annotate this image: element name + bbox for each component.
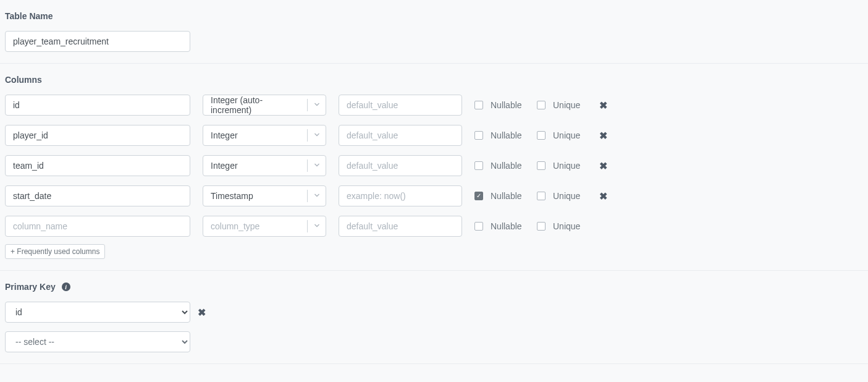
nullable-checkbox[interactable] bbox=[474, 192, 483, 200]
remove-column-icon[interactable]: ✖ bbox=[599, 100, 607, 111]
unique-checkbox[interactable] bbox=[537, 192, 546, 200]
column-name-input[interactable] bbox=[5, 216, 190, 237]
primary-key-rows-container: id✖-- select -- bbox=[5, 302, 863, 352]
column-name-input[interactable] bbox=[5, 155, 190, 176]
nullable-label: Nullable bbox=[491, 191, 525, 201]
column-name-input[interactable] bbox=[5, 125, 190, 146]
remove-primary-key-icon[interactable]: ✖ bbox=[198, 307, 206, 318]
column-row: column_typeNullableUnique bbox=[5, 216, 863, 237]
unique-checkbox[interactable] bbox=[537, 161, 546, 170]
column-row: TimestampNullableUnique✖ bbox=[5, 185, 863, 206]
column-type-select-wrap: Integer (auto-increment) bbox=[203, 95, 326, 116]
unique-group: Unique bbox=[537, 100, 587, 110]
column-type-select[interactable]: column_type bbox=[203, 216, 326, 237]
nullable-checkbox[interactable] bbox=[474, 131, 483, 140]
column-type-select-wrap: column_type bbox=[203, 216, 326, 237]
primary-key-select[interactable]: -- select -- bbox=[5, 331, 190, 352]
column-type-select[interactable]: Integer bbox=[203, 155, 326, 176]
column-row: Integer (auto-increment)NullableUnique✖ bbox=[5, 95, 863, 116]
nullable-label: Nullable bbox=[491, 100, 525, 110]
nullable-group: Nullable bbox=[474, 130, 525, 140]
nullable-group: Nullable bbox=[474, 100, 525, 110]
unique-checkbox[interactable] bbox=[537, 131, 546, 140]
column-type-select[interactable]: Timestamp bbox=[203, 185, 326, 206]
select-separator bbox=[307, 190, 308, 202]
primary-key-select[interactable]: id bbox=[5, 302, 190, 323]
primary-key-title-text: Primary Key bbox=[5, 282, 56, 292]
columns-rows-container: Integer (auto-increment)NullableUnique✖I… bbox=[5, 95, 863, 237]
unique-label: Unique bbox=[553, 130, 587, 140]
column-name-input[interactable] bbox=[5, 185, 190, 206]
column-type-select[interactable]: Integer (auto-increment) bbox=[203, 95, 326, 116]
select-separator bbox=[307, 129, 308, 142]
nullable-group: Nullable bbox=[474, 161, 525, 171]
primary-key-section: Primary Key i id✖-- select -- bbox=[0, 271, 868, 364]
unique-group: Unique bbox=[537, 161, 587, 171]
frequently-used-columns-button[interactable]: + Frequently used columns bbox=[5, 244, 105, 259]
nullable-label: Nullable bbox=[491, 161, 525, 171]
primary-key-title: Primary Key i bbox=[5, 282, 863, 292]
column-row: IntegerNullableUnique✖ bbox=[5, 155, 863, 176]
unique-label: Unique bbox=[553, 161, 587, 171]
unique-group: Unique bbox=[537, 221, 587, 231]
select-separator bbox=[307, 99, 308, 111]
unique-group: Unique bbox=[537, 191, 587, 201]
unique-label: Unique bbox=[553, 100, 587, 110]
unique-label: Unique bbox=[553, 191, 587, 201]
column-default-input[interactable] bbox=[339, 125, 462, 146]
nullable-label: Nullable bbox=[491, 221, 525, 231]
remove-column-icon[interactable]: ✖ bbox=[599, 160, 607, 172]
column-default-input[interactable] bbox=[339, 155, 462, 176]
unique-group: Unique bbox=[537, 130, 587, 140]
table-name-section: Table Name bbox=[0, 0, 868, 64]
table-name-title: Table Name bbox=[5, 11, 863, 21]
column-row: IntegerNullableUnique✖ bbox=[5, 125, 863, 146]
column-type-select-wrap: Integer bbox=[203, 155, 326, 176]
remove-column-icon[interactable]: ✖ bbox=[599, 190, 607, 202]
info-icon: i bbox=[62, 282, 70, 291]
nullable-checkbox[interactable] bbox=[474, 161, 483, 170]
column-type-select[interactable]: Integer bbox=[203, 125, 326, 146]
unique-checkbox[interactable] bbox=[537, 222, 546, 231]
primary-key-row: id✖ bbox=[5, 302, 863, 323]
nullable-label: Nullable bbox=[491, 130, 525, 140]
table-name-input[interactable] bbox=[5, 31, 190, 52]
nullable-checkbox[interactable] bbox=[474, 101, 483, 109]
unique-label: Unique bbox=[553, 221, 587, 231]
select-separator bbox=[307, 159, 308, 172]
unique-checkbox[interactable] bbox=[537, 101, 546, 109]
column-name-input[interactable] bbox=[5, 95, 190, 116]
nullable-group: Nullable bbox=[474, 221, 525, 231]
columns-section: Columns Integer (auto-increment)Nullable… bbox=[0, 64, 868, 271]
remove-column-icon[interactable]: ✖ bbox=[599, 130, 607, 142]
columns-title: Columns bbox=[5, 75, 863, 85]
primary-key-row: -- select -- bbox=[5, 331, 863, 352]
column-type-select-wrap: Integer bbox=[203, 125, 326, 146]
select-separator bbox=[307, 220, 308, 232]
column-default-input[interactable] bbox=[339, 95, 462, 116]
nullable-group: Nullable bbox=[474, 191, 525, 201]
column-default-input[interactable] bbox=[339, 185, 462, 206]
column-type-select-wrap: Timestamp bbox=[203, 185, 326, 206]
nullable-checkbox[interactable] bbox=[474, 222, 483, 231]
column-default-input[interactable] bbox=[339, 216, 462, 237]
